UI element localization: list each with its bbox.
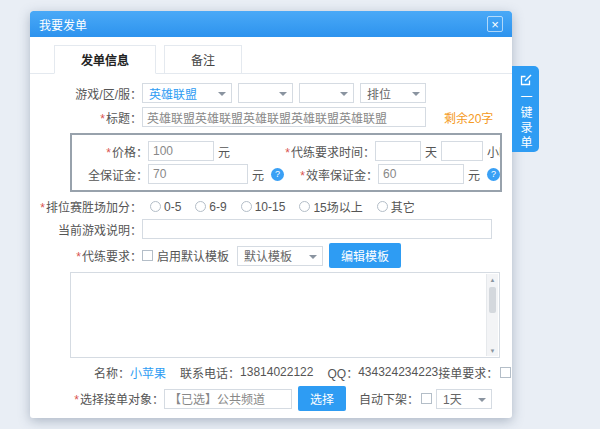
price-label-text: 价格： [112,146,148,160]
scrollbar-thumb[interactable] [489,287,496,313]
help-icon[interactable]: ? [271,168,284,181]
rank-option-label: 0-5 [164,200,181,214]
chevron-down-icon [412,92,420,96]
edit-template-button[interactable]: 编辑模板 [329,243,401,268]
template-label-text: 代练要求： [82,250,142,264]
mode-selected-value: 排位 [367,85,391,102]
game-label: 游戏/区/服： [38,85,142,102]
chevron-down-icon [218,92,226,96]
title-row: *标题： 剩余20字 [38,107,502,127]
time-hour-input[interactable] [441,141,483,161]
deposit-unit: 元 [252,166,264,183]
contact-name: 小苹果 [130,364,166,381]
scroll-up-icon[interactable]: ▲ [487,274,498,285]
scroll-down-icon[interactable]: ▼ [487,345,498,356]
game-selected-value: 英雄联盟 [149,85,197,102]
required-asterisk: * [74,393,79,407]
template-row: *代练要求： 启用默认模板 默认模板 编辑模板 [38,243,502,268]
efficiency-label-text: 效率保证金： [306,169,378,183]
game-select[interactable]: 英雄联盟 [142,83,232,103]
rank-option-10-15[interactable]: 10-15 [233,200,286,214]
radio-icon [299,201,310,212]
auto-unlist-value: 1天 [443,390,462,407]
required-asterisk: * [40,201,45,215]
target-row: *选择接单对象： 选择 自动下架： 1天 [38,386,502,411]
target-label: *选择接单对象： [38,390,164,407]
choose-target-button[interactable]: 选择 [298,386,346,411]
radio-icon [377,201,388,212]
time-day-unit: 天 [425,143,437,160]
chevron-down-icon [340,92,348,96]
time-label: *代练要求时间： [285,143,375,160]
auto-unlist-select[interactable]: 1天 [436,389,492,409]
tab-bar: 发单信息 备注 [30,37,512,74]
title-label: *标题： [38,109,142,126]
rank-bonus-label: *排位赛胜场加分： [38,198,142,215]
target-input[interactable] [164,389,292,409]
default-template-checkbox[interactable]: 启用默认模板 [142,247,229,264]
qq-label: QQ： [327,364,358,381]
auto-unlist-checkbox[interactable] [421,393,432,404]
chevron-down-icon [279,92,287,96]
mode-select[interactable]: 排位 [360,83,426,103]
title-label-text: 标题： [106,112,142,126]
checkbox-icon [500,367,511,378]
efficiency-unit: 元 [468,166,480,183]
rank-option-0-5[interactable]: 0-5 [142,200,181,214]
rank-option-6-9[interactable]: 6-9 [187,200,226,214]
price-label: *价格： [78,143,148,160]
chevron-down-icon [309,255,317,259]
game-desc-input[interactable] [142,219,492,239]
rank-bonus-label-text: 排位赛胜场加分： [46,201,142,215]
required-asterisk: * [100,112,105,126]
edit-icon [519,73,533,87]
phone-label: 联系电话： [180,364,240,381]
rank-option-15plus[interactable]: 15场以上 [291,198,362,215]
deposit-row: 全保证金： 元 ? *效率保证金： 元 ? [78,164,500,184]
title-input[interactable] [142,107,426,127]
tab-order-info[interactable]: 发单信息 [54,45,156,74]
rank-option-other[interactable]: 其它 [369,198,415,215]
required-asterisk: * [106,146,111,160]
chevron-down-icon [478,398,486,402]
efficiency-input[interactable] [378,164,464,184]
template-selected-value: 默认模板 [244,247,292,264]
name-label: 名称： [94,364,130,381]
deposit-input[interactable] [148,164,248,184]
checkbox-icon [142,250,153,261]
time-hour-unit: 小时 [487,143,500,160]
auto-unlist-group: 自动下架： 1天 [359,389,492,409]
checkbox-icon [421,393,432,404]
contact-qq: 434324234223 [358,365,438,379]
quick-entry-label: 一键录单 [517,91,534,151]
game-desc-label: 当前游戏说明： [38,221,142,238]
accept-requirement-checkbox[interactable] [500,367,511,378]
efficiency-label: *效率保证金： [300,166,378,183]
zone-select[interactable] [238,83,293,103]
server-select[interactable] [299,83,354,103]
template-label: *代练要求： [38,247,142,264]
radio-icon [195,201,206,212]
price-time-row: *价格： 元 *代练要求时间： 天 小时 [78,141,500,161]
dialog-titlebar: 我要发单 × [30,11,512,37]
price-input[interactable] [148,141,214,161]
required-asterisk: * [300,169,305,183]
rank-option-label: 其它 [391,198,415,215]
radio-icon [241,201,252,212]
radio-icon [150,201,161,212]
dialog-title: 我要发单 [39,16,87,33]
requirement-textarea[interactable]: ▲ ▼ [70,272,500,358]
rank-bonus-row: *排位赛胜场加分： 0-5 6-9 10-15 15场以上 其它 [38,198,502,215]
tab-note[interactable]: 备注 [164,45,242,74]
time-day-input[interactable] [375,141,421,161]
scrollbar[interactable]: ▲ ▼ [486,274,498,356]
close-icon[interactable]: × [487,16,503,32]
chars-remaining-hint: 剩余20字 [444,109,502,126]
accept-requirement-group: 接单要求： 差评数小于5 [438,362,512,382]
template-select[interactable]: 默认模板 [237,246,323,266]
contact-phone: 13814022122 [240,365,313,379]
game-row: 游戏/区/服： 英雄联盟 排位 [38,83,502,103]
help-icon[interactable]: ? [487,168,500,181]
quick-entry-side-tab[interactable]: 一键录单 [512,66,539,152]
auto-unlist-label: 自动下架： [359,390,419,407]
